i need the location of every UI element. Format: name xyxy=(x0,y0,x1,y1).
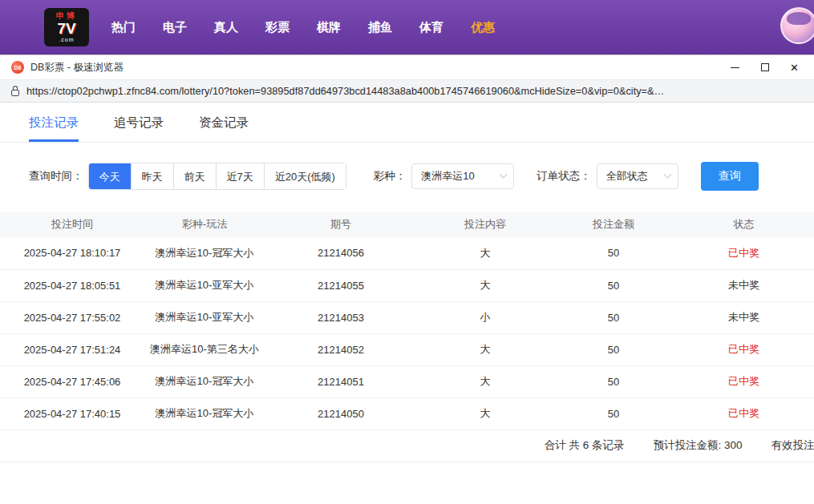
cell-bet-time: 2025-04-27 17:40:15 xyxy=(0,397,144,429)
record-tabs: 投注记录 追号记录 资金记录 xyxy=(0,108,814,143)
cell-bet-amount: 50 xyxy=(553,365,674,397)
lottery-filter-label: 彩种： xyxy=(374,169,407,183)
order-status-select[interactable]: 全部状态 xyxy=(597,163,678,189)
status-badge: 未中奖 xyxy=(728,279,759,291)
minimize-button[interactable] xyxy=(720,55,750,79)
table-row: 2025-04-27 17:51:24澳洲幸运10-第三名大小21214052大… xyxy=(0,333,814,365)
nav-item[interactable]: 体育 xyxy=(419,20,443,35)
cell-bet-time: 2025-04-27 18:10:17 xyxy=(0,237,144,269)
cell-status: 已中奖 xyxy=(674,333,814,365)
cell-bet-time: 2025-04-27 18:05:51 xyxy=(0,269,144,301)
cell-bet-time: 2025-04-27 17:51:24 xyxy=(0,333,144,365)
url-text[interactable]: https://ctop02pchwp1.zfnc84.com/lottery/… xyxy=(26,85,664,97)
cell-bet-content: 大 xyxy=(417,269,553,301)
cell-game-play: 澳洲幸运10-第三名大小 xyxy=(144,333,265,365)
cell-bet-content: 大 xyxy=(417,365,553,397)
bet-records-table: 投注时间 彩种-玩法 期号 投注内容 投注金额 状态 2025-04-27 18… xyxy=(0,212,814,430)
summary-valid-amount: 有效投注金 xyxy=(771,438,814,453)
close-button[interactable]: ✕ xyxy=(780,55,809,79)
header-game-play: 彩种-玩法 xyxy=(144,212,265,237)
time-filter-option[interactable]: 今天 xyxy=(89,163,132,189)
nav-item[interactable]: 棋牌 xyxy=(317,20,341,35)
table-row: 2025-04-27 17:45:06澳洲幸运10-冠军大小21214051大5… xyxy=(0,365,814,397)
status-badge: 已中奖 xyxy=(728,247,759,259)
cell-bet-amount: 50 xyxy=(553,237,674,269)
cell-bet-time: 2025-04-27 17:45:06 xyxy=(0,365,144,397)
table-row: 2025-04-27 17:55:02澳洲幸运10-亚军大小21214053小5… xyxy=(0,301,814,333)
cell-game-play: 澳洲幸运10-冠军大小 xyxy=(144,237,265,269)
cell-status: 已中奖 xyxy=(674,237,814,269)
user-avatar[interactable] xyxy=(780,7,814,44)
search-button[interactable]: 查询 xyxy=(701,162,759,191)
summary-bar: 合计 共 6 条记录 预计投注金额: 300 有效投注金 xyxy=(0,430,814,462)
nav-item[interactable]: 捕鱼 xyxy=(368,20,392,35)
summary-expected-amount: 预计投注金额: 300 xyxy=(653,438,742,453)
minimize-icon xyxy=(731,67,739,68)
cell-bet-amount: 50 xyxy=(553,269,674,301)
window-controls: ✕ xyxy=(720,55,809,79)
table-row: 2025-04-27 18:10:17澳洲幸运10-冠军大小21214056大5… xyxy=(0,237,814,269)
maximize-button[interactable] xyxy=(750,55,780,79)
address-bar[interactable]: https://ctop02pchwp1.zfnc84.com/lottery/… xyxy=(0,79,814,103)
time-filter-option[interactable]: 昨天 xyxy=(132,163,174,189)
site-topbar: 申博 7V .com 热门电子真人彩票棋牌捕鱼体育优惠 xyxy=(0,0,814,54)
cell-game-play: 澳洲幸运10-冠军大小 xyxy=(144,365,265,397)
tab-chase-records[interactable]: 追号记录 xyxy=(114,115,164,142)
nav-item[interactable]: 电子 xyxy=(163,20,187,35)
browser-window: D8 DB彩票 - 极速浏览器 ✕ https://ctop02pchwp1.z… xyxy=(0,54,814,504)
nav-item[interactable]: 彩票 xyxy=(265,20,290,35)
cell-issue: 21214052 xyxy=(265,333,417,365)
cell-game-play: 澳洲幸运10-亚军大小 xyxy=(144,301,265,333)
table-header-row: 投注时间 彩种-玩法 期号 投注内容 投注金额 状态 xyxy=(0,212,814,237)
window-titlebar: D8 DB彩票 - 极速浏览器 ✕ xyxy=(0,55,814,79)
cell-bet-content: 大 xyxy=(417,333,553,365)
header-bet-amount: 投注金额 xyxy=(553,212,674,237)
cell-bet-amount: 50 xyxy=(553,397,674,429)
lottery-select[interactable]: 澳洲幸运10 xyxy=(411,163,514,189)
status-badge: 已中奖 xyxy=(728,407,759,419)
cell-issue: 21214050 xyxy=(265,397,417,429)
header-bet-content: 投注内容 xyxy=(417,212,553,237)
cell-bet-time: 2025-04-27 17:55:02 xyxy=(0,301,144,333)
header-issue: 期号 xyxy=(265,212,417,237)
status-select-value: 全部状态 xyxy=(606,169,648,183)
cell-bet-content: 大 xyxy=(417,397,553,429)
cell-issue: 21214053 xyxy=(265,301,417,333)
cell-issue: 21214056 xyxy=(265,237,417,269)
tab-bet-records[interactable]: 投注记录 xyxy=(29,115,79,142)
close-icon: ✕ xyxy=(790,62,799,73)
header-status: 状态 xyxy=(674,212,814,237)
status-badge: 已中奖 xyxy=(728,375,759,387)
cell-status: 未中奖 xyxy=(674,301,814,333)
time-filter-option[interactable]: 近7天 xyxy=(217,163,265,189)
time-filter-group: 今天昨天前天近7天近20天(低频) xyxy=(88,163,346,190)
logo-text-7v: 7V xyxy=(57,21,75,36)
header-bet-time: 投注时间 xyxy=(0,212,144,237)
cell-status: 未中奖 xyxy=(674,269,814,301)
cell-bet-content: 小 xyxy=(417,301,553,333)
cell-game-play: 澳洲幸运10-亚军大小 xyxy=(144,269,265,301)
chevron-down-icon xyxy=(663,170,671,178)
time-filter-label: 查询时间： xyxy=(29,169,83,183)
nav-item[interactable]: 热门 xyxy=(111,20,136,35)
tab-fund-records[interactable]: 资金记录 xyxy=(199,115,249,142)
browser-favicon-icon: D8 xyxy=(11,61,24,74)
logo-text-cn: 申博 xyxy=(56,12,77,20)
lottery-select-value: 澳洲幸运10 xyxy=(421,169,474,183)
status-badge: 已中奖 xyxy=(728,343,759,355)
time-filter-option[interactable]: 前天 xyxy=(174,163,217,189)
site-logo[interactable]: 申博 7V .com xyxy=(44,8,89,46)
top-nav: 热门电子真人彩票棋牌捕鱼体育优惠 xyxy=(111,20,495,35)
cell-bet-amount: 50 xyxy=(553,333,674,365)
table-row: 2025-04-27 17:40:15澳洲幸运10-冠军大小21214050大5… xyxy=(0,397,814,429)
logo-text-com: .com xyxy=(59,37,74,42)
maximize-icon xyxy=(761,63,769,71)
window-title: DB彩票 - 极速浏览器 xyxy=(30,61,124,75)
lock-icon xyxy=(11,90,19,96)
cell-bet-content: 大 xyxy=(417,237,553,269)
cell-issue: 21214051 xyxy=(265,365,417,397)
nav-item[interactable]: 优惠 xyxy=(471,20,495,35)
nav-item[interactable]: 真人 xyxy=(214,20,238,35)
records-tbody: 2025-04-27 18:10:17澳洲幸运10-冠军大小21214056大5… xyxy=(0,237,814,429)
time-filter-option[interactable]: 近20天(低频) xyxy=(265,163,346,189)
